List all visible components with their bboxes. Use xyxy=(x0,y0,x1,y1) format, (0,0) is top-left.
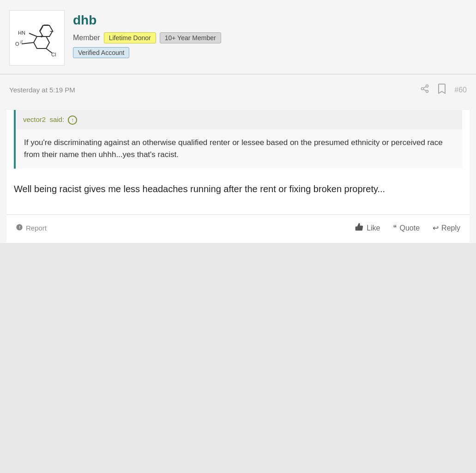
quote-block: vector2 said: ↑ If you're discriminating… xyxy=(14,110,462,169)
svg-point-15 xyxy=(426,85,428,87)
quote-button[interactable]: “ Quote xyxy=(393,224,420,232)
svg-line-19 xyxy=(423,86,426,88)
post-container: HN O // Cl dhb Member Lifetime Donor 10+… xyxy=(0,0,476,243)
share-icon[interactable] xyxy=(420,84,429,96)
svg-text:O: O xyxy=(15,41,19,47)
badges-row-1: Member Lifetime Donor 10+ Year Member xyxy=(73,32,221,43)
quote-said-label: said: xyxy=(49,115,64,123)
report-label: Report xyxy=(26,224,47,232)
post-timestamp: Yesterday at 5:19 PM xyxy=(9,86,75,94)
bookmark-icon[interactable] xyxy=(438,84,446,96)
post-number: #60 xyxy=(454,86,467,94)
reply-button[interactable]: ↩ Reply xyxy=(433,224,460,232)
badge-verified-account: Verified Account xyxy=(73,47,129,58)
username: dhb xyxy=(73,13,221,28)
post-footer: ! Report Like “ Quote ↩ Reply xyxy=(6,215,470,243)
quote-header: vector2 said: ↑ xyxy=(16,110,462,127)
post-text: Well being racist gives me less headache… xyxy=(14,178,462,205)
report-icon: ! xyxy=(16,224,23,233)
member-label: Member xyxy=(73,34,100,42)
quote-author: vector2 xyxy=(23,115,46,123)
footer-report[interactable]: ! Report xyxy=(16,224,47,233)
svg-point-14 xyxy=(41,36,42,37)
post-body: vector2 said: ↑ If you're discriminating… xyxy=(6,110,470,214)
svg-text:HN: HN xyxy=(18,30,25,36)
avatar: HN O // Cl xyxy=(9,10,65,66)
post-actions: #60 xyxy=(420,84,467,96)
badge-10year-member: 10+ Year Member xyxy=(160,32,221,43)
post-meta: Yesterday at 5:19 PM #60 xyxy=(0,74,476,103)
quote-content: If you're discriminating against an othe… xyxy=(16,129,462,169)
user-info: dhb Member Lifetime Donor 10+ Year Membe… xyxy=(73,10,221,58)
quote-icon: “ xyxy=(393,224,397,232)
badge-lifetime-donor: Lifetime Donor xyxy=(104,32,156,43)
svg-line-18 xyxy=(423,89,426,91)
badges-row-2: Verified Account xyxy=(73,47,221,58)
reply-icon: ↩ xyxy=(433,224,439,232)
avatar-image: HN O // Cl xyxy=(12,12,62,63)
like-button[interactable]: Like xyxy=(355,222,380,234)
user-header: HN O // Cl dhb Member Lifetime Donor 10+… xyxy=(0,0,476,74)
svg-text://: // xyxy=(20,40,23,44)
quote-label: Quote xyxy=(400,224,420,232)
like-label: Like xyxy=(367,224,380,232)
like-icon xyxy=(355,222,364,234)
reply-label: Reply xyxy=(441,224,460,232)
svg-text:!: ! xyxy=(19,225,20,230)
footer-right-actions: Like “ Quote ↩ Reply xyxy=(355,222,460,234)
svg-point-16 xyxy=(422,88,424,90)
svg-point-17 xyxy=(426,90,428,92)
quote-upvote-icon[interactable]: ↑ xyxy=(68,115,77,125)
